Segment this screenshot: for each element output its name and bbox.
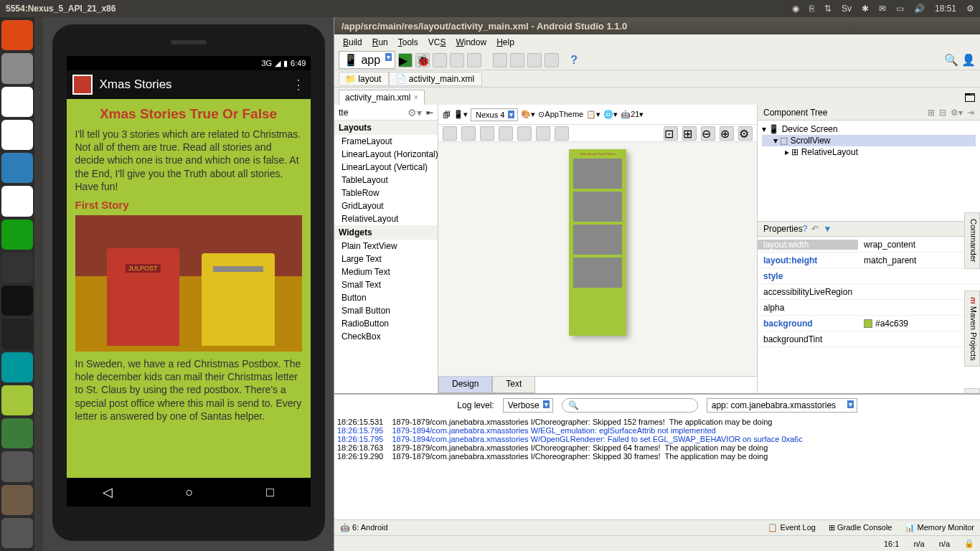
launcher-dash[interactable] [1,20,33,50]
tree-scrollview[interactable]: ▾ ⬚ ScrollView [762,135,976,146]
palette-item[interactable]: Small Button [334,304,438,317]
tab-close-icon[interactable]: × [413,93,418,103]
run-config-selector[interactable]: 📱 app [339,51,395,69]
property-value[interactable]: match_parent [858,255,980,265]
logcat-filter-selector[interactable]: app: com.janebabra.xmasstories [707,398,857,413]
sv-indicator[interactable]: Sv [842,4,852,14]
launcher-android[interactable] [1,385,33,415]
event-log-tab[interactable]: 📋 Event Log [768,523,816,532]
palette-item[interactable]: LinearLayout (Vertical) [334,161,438,174]
nav-recent-icon[interactable]: □ [266,485,274,500]
nav-home-icon[interactable]: ○ [186,485,194,500]
menu-help[interactable]: Help [492,36,519,49]
logcat-search[interactable]: 🔍 [562,398,698,413]
run-button[interactable]: ▶ [398,53,413,67]
palette-item[interactable]: Plain TextView [334,240,438,253]
launcher-trash[interactable] [1,518,33,548]
launcher-gimp[interactable] [1,485,33,515]
palette-item[interactable]: FrameLayout [334,135,438,148]
design-tab[interactable]: Design [438,377,492,393]
palette-item[interactable]: Medium Text [334,265,438,278]
search-icon[interactable]: 🔍 [944,53,958,67]
side-tab-maven[interactable]: m Maven Projects [964,291,980,367]
debug-button[interactable]: 🐞 [415,53,430,67]
palette-item[interactable]: RadioButton [334,317,438,330]
memory-monitor-tab[interactable]: 📊 Memory Monitor [905,523,974,532]
zoom-out-icon[interactable]: ⊖ [701,126,715,141]
side-tab-gradle[interactable]: ◉ Gradle [964,388,980,393]
menu-tools[interactable]: Tools [394,36,423,49]
ct-gear-icon[interactable]: ⚙▾ [951,108,963,118]
status-lock-icon[interactable]: 🔒 [964,539,974,548]
canvas-body[interactable]: Xmas Stories True Or False [438,142,757,376]
property-row[interactable]: layout:heightmatch_parent [758,253,980,268]
app-content[interactable]: Xmas Stories True Or False I'll tell you… [67,99,311,478]
commander-icon[interactable]: 🗔 [964,92,976,105]
canvas-refresh-icon[interactable]: 🗐 [443,110,451,119]
props-help-icon[interactable]: ? [803,224,808,234]
zoom-100-icon[interactable]: ⊞ [682,126,697,141]
user-icon[interactable]: 👤 [961,53,976,67]
palette-gear-icon[interactable]: ⚙▾ [407,107,422,118]
gradle-console-tab[interactable]: ⊞ Gradle Console [829,523,892,532]
palette-item[interactable]: LinearLayout (Horizontal) [334,148,438,161]
menu-window[interactable]: Window [451,36,491,49]
canvas-tb2-4[interactable] [499,126,513,141]
launcher-studio[interactable] [1,418,33,448]
locale-icon[interactable]: 🌐▾ [603,110,618,119]
canvas-tb2-3[interactable] [480,126,494,141]
side-tab-commander[interactable]: Commander [964,212,980,269]
tree-relativelayout[interactable]: ▸ ⊞ RelativeLayout [762,146,976,158]
android-tool-tab[interactable]: 🤖 6: Android [340,523,388,532]
palette-item[interactable]: TableLayout [334,174,438,187]
logcat-output[interactable]: 18:26:15.531 1879-1879/com.janebabra.xma… [334,416,980,519]
bc-layout[interactable]: 📁 layout [339,72,389,86]
bc-file[interactable]: 📄 activity_main.xml [389,72,482,86]
battery-icon[interactable]: ▭ [896,4,904,14]
property-row[interactable]: style [758,268,980,284]
files-icon[interactable]: ⎘ [809,4,814,14]
canvas-theme-icon[interactable]: 🎨▾ [521,110,535,119]
palette-item[interactable]: CheckBox [334,330,438,343]
ct-expand-icon[interactable]: ⊞ [928,108,935,118]
device-selector[interactable]: Nexus 4 [471,108,518,121]
tb-btn-2[interactable] [450,53,464,67]
menu-run[interactable]: Run [368,36,392,49]
menu-build[interactable]: Build [339,36,367,49]
property-row[interactable]: layout:widthwrap_content [758,237,980,253]
ct-hide-icon[interactable]: ⇥ [967,108,974,118]
launcher-docs[interactable] [1,186,33,216]
tb-btn-1[interactable] [433,53,447,67]
property-value[interactable]: wrap_content [858,240,980,250]
help-icon[interactable]: ? [570,54,578,67]
property-row[interactable]: accessibilityLiveRegion [758,284,980,300]
launcher-chrome[interactable] [1,87,33,117]
bluetooth-icon[interactable]: ✱ [862,4,869,14]
canvas-tb2-5[interactable] [517,126,532,141]
property-value[interactable]: #a4c639 [858,319,980,329]
gear-icon[interactable]: ⚙ [966,4,974,14]
mail-icon[interactable]: ✉ [879,4,886,14]
loglevel-selector[interactable]: Verbose [503,398,553,413]
tb-btn-3[interactable] [467,53,481,67]
canvas-tb2-7[interactable] [555,126,569,141]
launcher-kb[interactable] [1,319,33,349]
tab-activity-main[interactable]: activity_main.xml × [339,90,425,105]
tree-root[interactable]: ▾ 📱 Device Screen [762,123,976,135]
tb-btn-4[interactable] [527,53,542,67]
canvas-tb2-6[interactable] [536,126,550,141]
api-selector[interactable]: 🤖21▾ [621,110,644,119]
config-icon[interactable]: 📋▾ [586,110,600,119]
layout-preview[interactable]: Xmas Stories True Or False [569,149,626,336]
launcher-settings[interactable] [1,253,33,283]
launcher-calculator[interactable] [1,451,33,481]
theme-selector[interactable]: ⊙AppTheme [538,110,583,119]
clock[interactable]: 18:51 [935,4,956,14]
property-row[interactable]: backgroundTint [758,331,980,347]
props-filter-icon[interactable]: ▼ [823,224,831,234]
chrome-icon[interactable]: ◉ [792,4,799,14]
network-icon[interactable]: ⇅ [824,4,831,14]
palette-item[interactable]: Small Text [334,278,438,291]
launcher-firefox[interactable] [1,120,33,150]
launcher-terminal[interactable] [1,286,33,316]
